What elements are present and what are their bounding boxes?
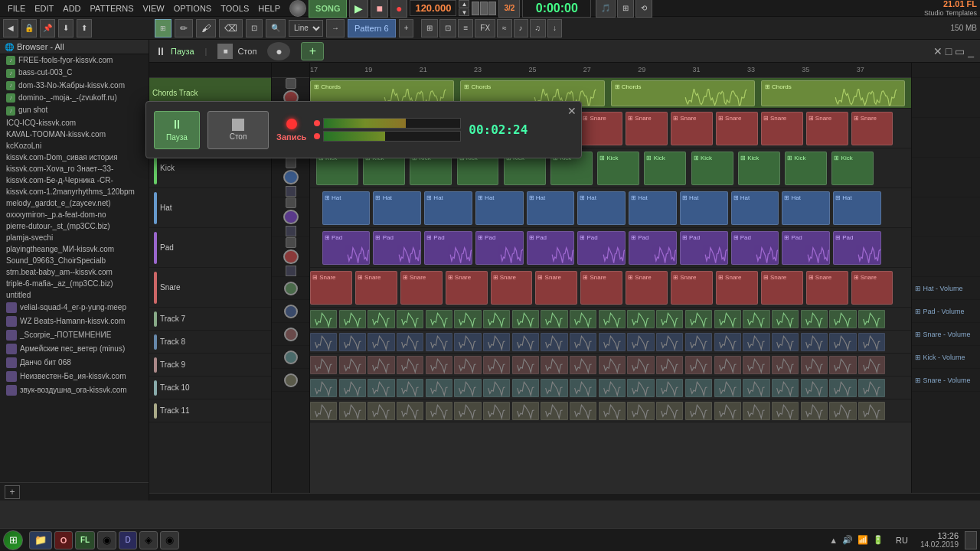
audio-track6-12[interactable]: [656, 333, 683, 351]
menu-help[interactable]: HELP: [253, 4, 285, 13]
line-select[interactable]: Line: [289, 20, 323, 37]
audio-track7-10[interactable]: [599, 310, 626, 328]
sidebar-item-11[interactable]: kissvk.com-1.2manyrhythms_120bpm: [0, 186, 149, 197]
record-circle[interactable]: ●: [267, 42, 290, 60]
pattern-snare-9[interactable]: ⊞ Snare: [716, 112, 758, 145]
tb2-btn1[interactable]: ◀: [3, 19, 18, 37]
track-solo-4[interactable]: [286, 266, 296, 276]
audio-track6-18[interactable]: [829, 333, 856, 351]
track-vol-knob-7[interactable]: [284, 328, 298, 341]
audio-track7-11[interactable]: [627, 356, 654, 374]
audio-track8-14[interactable]: [714, 379, 741, 397]
pattern-hat-4[interactable]: ⊞ Hat: [527, 191, 575, 225]
audio-track7-19[interactable]: [858, 356, 885, 374]
sidebar-list[interactable]: ♪FREE-fools-fyor-kissvk.com♪bass-cut-003…: [0, 54, 149, 482]
track-vol-knob-3[interactable]: [283, 210, 299, 224]
audio-track9-13[interactable]: [685, 402, 712, 420]
audio-track7-4[interactable]: [426, 356, 452, 374]
track-vol-knob-5[interactable]: [284, 282, 298, 295]
pattern-snare2-12[interactable]: ⊞ Snare: [851, 271, 893, 305]
pattern-snare-6[interactable]: ⊞ Snare: [580, 112, 622, 145]
audio-track6-4[interactable]: [426, 333, 452, 351]
bpm-up[interactable]: ▲: [459, 0, 469, 8]
steps-btn[interactable]: 3/2: [498, 0, 520, 18]
menu-patterns[interactable]: PATTERNS: [86, 4, 139, 13]
add-pattern-btn[interactable]: +: [399, 19, 414, 37]
track-mute-0[interactable]: [286, 78, 296, 89]
audio-track7-15[interactable]: [743, 310, 769, 328]
pattern-snare-12[interactable]: ⊞ Snare: [851, 112, 893, 145]
audio-track7-5[interactable]: [454, 310, 481, 328]
audio-track9-5[interactable]: [454, 402, 481, 420]
audio-track7-18[interactable]: [829, 356, 856, 374]
taskbar-app6[interactable]: ◈: [139, 531, 158, 549]
chords-block-3[interactable]: ⊞ Chords: [761, 80, 905, 106]
audio-track6-17[interactable]: [801, 333, 828, 351]
audio-track7-16[interactable]: [772, 310, 799, 328]
tb2-btn4[interactable]: ⬇: [58, 19, 74, 37]
pattern-pad-9[interactable]: ⊞ Pad: [782, 231, 830, 265]
audio-track8-0[interactable]: [310, 379, 337, 397]
pattern-snare2-8[interactable]: ⊞ Snare: [671, 271, 713, 305]
eq-btn[interactable]: ≡: [458, 19, 473, 37]
pattern-kick-6[interactable]: ⊞ Kick: [597, 152, 639, 185]
pattern-snare2-0[interactable]: ⊞ Snare: [310, 271, 352, 305]
audio-track8-18[interactable]: [829, 379, 856, 397]
audio-track7-13[interactable]: [685, 310, 712, 328]
track-row-3[interactable]: ⊞ Pad⊞ Pad⊞ Pad⊞ Pad⊞ Pad⊞ Pad⊞ Pad⊞ Pad…: [310, 228, 911, 268]
pattern-hat-10[interactable]: ⊞ Hat: [833, 191, 881, 225]
audio-track8-4[interactable]: [426, 379, 452, 397]
taskbar-explorer[interactable]: 📁: [29, 531, 52, 549]
show-desktop-btn[interactable]: [965, 531, 977, 549]
track-row-9[interactable]: [310, 399, 911, 422]
audio-track6-19[interactable]: [858, 333, 885, 351]
audio-track8-8[interactable]: [541, 379, 567, 397]
audio-track7-10[interactable]: [599, 356, 626, 374]
audio-track9-19[interactable]: [858, 402, 885, 420]
pattern-kick-11[interactable]: ⊞ Kick: [831, 152, 874, 185]
audio-track7-0[interactable]: [310, 356, 337, 374]
export-btn[interactable]: ↓: [547, 19, 562, 37]
audio-track7-13[interactable]: [685, 356, 712, 374]
taskbar-app7[interactable]: ◉: [160, 531, 179, 549]
pattern-kick-7[interactable]: ⊞ Kick: [644, 152, 686, 185]
audio-track6-10[interactable]: [599, 333, 626, 351]
audio-track7-12[interactable]: [656, 310, 683, 328]
language-indicator[interactable]: RU: [896, 536, 908, 545]
song-mode-button[interactable]: SONG: [309, 0, 347, 18]
audio-track7-16[interactable]: [772, 356, 799, 374]
pattern-snare2-9[interactable]: ⊞ Snare: [716, 271, 758, 305]
audio-track8-15[interactable]: [743, 379, 769, 397]
track-solo-2[interactable]: [286, 186, 296, 197]
sidebar-item-20[interactable]: untitled: [0, 289, 149, 301]
sidebar-item-2[interactable]: ♪dom-33-No-Жабры-kissvk.com: [0, 80, 149, 92]
close-icon[interactable]: ✕: [933, 45, 942, 57]
audio-track6-5[interactable]: [454, 333, 481, 351]
audio-track6-11[interactable]: [627, 333, 654, 351]
audio-track6-8[interactable]: [541, 333, 567, 351]
pattern-pad-6[interactable]: ⊞ Pad: [629, 231, 677, 265]
loop-btn[interactable]: ⟲: [635, 0, 652, 18]
track-vol-knob-8[interactable]: [284, 350, 298, 364]
audio-track6-1[interactable]: [339, 333, 366, 351]
record-button[interactable]: ●: [390, 0, 407, 18]
track-vol-knob-2[interactable]: [283, 170, 299, 184]
sidebar-item-4[interactable]: ♪gun shot: [0, 104, 149, 116]
menu-edit[interactable]: EDIT: [30, 4, 58, 13]
pattern-hat-2[interactable]: ⊞ Hat: [424, 191, 472, 225]
audio-track7-5[interactable]: [454, 356, 481, 374]
audio-track9-17[interactable]: [801, 402, 828, 420]
audio-track7-2[interactable]: [368, 356, 394, 374]
track-row-5[interactable]: [310, 308, 911, 331]
sidebar-item-19[interactable]: triple-6-mafia-_az_(mp3CC.biz): [0, 278, 149, 289]
pattern-hat-9[interactable]: ⊞ Hat: [782, 191, 830, 225]
audio-track7-7[interactable]: [512, 356, 539, 374]
track-row-7[interactable]: [310, 354, 911, 377]
pattern-snare2-6[interactable]: ⊞ Snare: [580, 271, 622, 305]
track-row-2[interactable]: ⊞ Hat⊞ Hat⊞ Hat⊞ Hat⊞ Hat⊞ Hat⊞ Hat⊞ Hat…: [310, 188, 911, 228]
audio-track8-12[interactable]: [656, 379, 683, 397]
sidebar-item-13[interactable]: oxxxymiron-_p.a-feat-dom-no: [0, 209, 149, 220]
audio-track7-8[interactable]: [541, 310, 567, 328]
track-mute-2[interactable]: [286, 158, 296, 168]
pattern-hat-6[interactable]: ⊞ Hat: [629, 191, 677, 225]
